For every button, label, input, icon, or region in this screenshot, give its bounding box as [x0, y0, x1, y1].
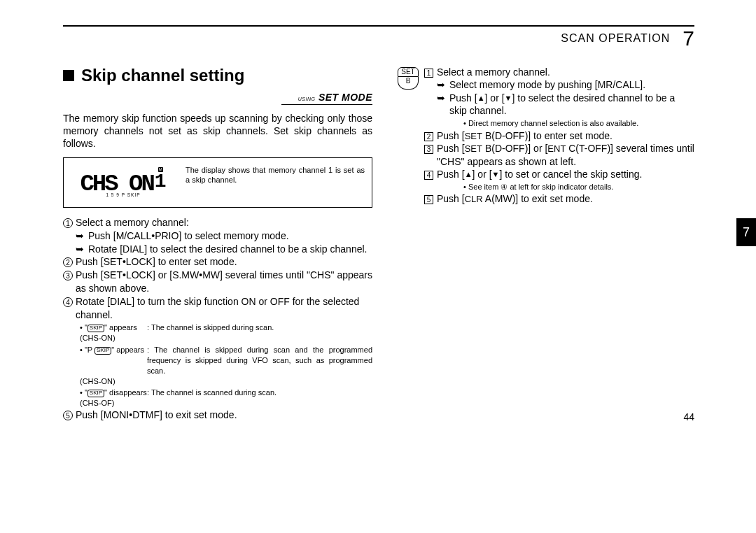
rstep-1-note: • Direct memory channel selection is als…	[424, 118, 694, 129]
chapter-thumb-tab: 7	[736, 218, 756, 246]
rstep-1: 1 Select a memory channel.	[424, 66, 694, 78]
setmode-label: SET MODE	[318, 92, 372, 103]
chapter-number: 7	[682, 28, 694, 49]
set-mode-tag: USING SET MODE	[281, 91, 372, 105]
marker-1: 1	[63, 216, 76, 229]
set-label-top: SET	[398, 67, 419, 77]
rmarker-5: 5	[424, 192, 437, 205]
intro-paragraph: The memory skip function speeds up scann…	[63, 112, 372, 150]
arrow-icon: ➥	[437, 92, 449, 118]
set-b-key-label: SET B	[398, 67, 419, 90]
rstep-1a: ➥ Select memory mode by pushing [MR/CALL…	[424, 78, 694, 91]
right-step-list: 1 Select a memory channel. ➥ Select memo…	[398, 66, 694, 206]
rstep-4: 4 Push [▲] or [▼] to set or cancel the s…	[424, 168, 694, 180]
note-1-label: • "SKIP" appears	[80, 322, 147, 333]
note-2-label: • "P SKIP" appears	[80, 345, 147, 376]
step-1-text: Select a memory channel:	[76, 216, 189, 229]
rstep-3-text: Push [SET B(D-OFF)] or [ENT C(T-OFF)] se…	[437, 142, 694, 168]
display-description: The display shows that memory channel 1 …	[183, 158, 372, 207]
left-column: Skip channel setting USING SET MODE The …	[63, 66, 372, 422]
arrow-icon: ➥	[437, 78, 449, 91]
page-heading: Skip channel setting	[63, 66, 372, 85]
marker-4: 4	[63, 295, 76, 321]
step-2: 2 Push [SET•LOCK] to enter set mode.	[63, 255, 372, 268]
marker-5: 5	[63, 408, 76, 421]
two-column-layout: Skip channel setting USING SET MODE The …	[63, 66, 694, 422]
step-3: 3 Push [SET•LOCK] or [S.MW•MW] several t…	[63, 269, 372, 294]
step-1a-text: Push [M/CALL•PRIO] to select memory mode…	[88, 229, 289, 242]
rstep-2-text: Push [SET B(D-OFF)] to enter set mode.	[437, 129, 612, 142]
note-1-sub: (CHS-ON)	[80, 333, 372, 343]
skip-badge-icon: SKIP	[88, 390, 104, 397]
rstep-2: 2 Push [SET B(D-OFF)] to enter set mode.	[424, 129, 694, 142]
step-1b: ➥ Rotate [DIAL] to select the desired ch…	[63, 243, 372, 255]
set-label-bottom: B	[398, 77, 419, 90]
rmarker-3: 3	[424, 142, 437, 168]
step-1b-text: Rotate [DIAL] to select the desired chan…	[88, 243, 367, 255]
square-bullet-icon	[63, 70, 74, 81]
marker-3: 3	[63, 269, 76, 294]
note-3-text: : The channel is scanned during scan.	[147, 388, 372, 398]
lcd-main-text: CHS ON	[80, 175, 153, 194]
step-5: 5 Push [MONI•DTMF] to exit set mode.	[63, 408, 372, 421]
rmarker-2: 2	[424, 129, 437, 142]
skip-badge-icon: SKIP	[88, 325, 104, 332]
step-3-text: Push [SET•LOCK] or [S.MW•MW] several tim…	[76, 269, 372, 294]
arrow-icon: ➥	[76, 229, 88, 242]
rstep-4-text: Push [▲] or [▼] to set or cancel the ski…	[437, 168, 642, 180]
note-2: • "P SKIP" appears : The channel is skip…	[63, 345, 372, 386]
rstep-1-text: Select a memory channel.	[437, 66, 550, 78]
rstep-5: 5 Push [CLR A(MW)] to exit set mode.	[424, 192, 694, 205]
right-column: SET B 1 Select a memory channel. ➥ Selec…	[398, 66, 694, 422]
lcd-sub-text: 1 5 9 P SKIP	[106, 192, 140, 197]
down-triangle-icon: ▼	[492, 170, 500, 178]
note-2-sub: (CHS-ON)	[80, 376, 372, 387]
note-3: • "SKIP" disappears : The channel is sca…	[63, 388, 372, 408]
rmarker-1: 1	[424, 66, 437, 78]
step-5-text: Push [MONI•DTMF] to exit set mode.	[76, 408, 237, 421]
step-2-text: Push [SET•LOCK] to enter set mode.	[76, 255, 237, 268]
note-3-sub: (CHS-OF)	[80, 398, 372, 408]
display-example-box: CHS ON M 1 1 5 9 P SKIP The display show…	[63, 157, 372, 208]
left-step-list: 1 Select a memory channel: ➥ Push [M/CAL…	[63, 216, 372, 422]
step-1a: ➥ Push [M/CALL•PRIO] to select memory mo…	[63, 229, 372, 242]
step-1: 1 Select a memory channel:	[63, 216, 372, 229]
note-1: • "SKIP" appears : The channel is skippe…	[63, 322, 372, 343]
step-4-text: Rotate [DIAL] to turn the skip function …	[76, 295, 372, 321]
using-label: USING	[298, 97, 316, 101]
marker-2: 2	[63, 255, 76, 268]
rstep-3: 3 Push [SET B(D-OFF)] or [ENT C(T-OFF)] …	[424, 142, 694, 168]
rstep-1b: ➥ Push [▲] or [▼] to select the desired …	[424, 92, 694, 118]
rstep-1b-text: Push [▲] or [▼] to select the desired ch…	[449, 92, 694, 118]
note-3-label: • "SKIP" disappears	[80, 388, 147, 398]
note-2-text: : The channel is skipped during scan and…	[147, 345, 372, 376]
skip-badge-icon: SKIP	[94, 347, 111, 355]
lcd-channel-number: 1	[155, 171, 167, 192]
up-triangle-icon: ▲	[465, 170, 472, 178]
top-rule-bar: SCAN OPERATION 7	[63, 25, 694, 50]
section-title: SCAN OPERATION	[561, 32, 670, 45]
note-1-text: : The channel is skipped during scan.	[147, 322, 372, 333]
page-frame: SCAN OPERATION 7 Skip channel setting US…	[63, 25, 694, 422]
page-number: 44	[683, 411, 694, 422]
step-4: 4 Rotate [DIAL] to turn the skip functio…	[63, 295, 372, 321]
heading-text: Skip channel setting	[81, 66, 244, 85]
rstep-4-note: • See item ④ at left for skip indicator …	[424, 182, 694, 192]
rmarker-4: 4	[424, 168, 437, 180]
arrow-icon: ➥	[76, 243, 88, 255]
up-triangle-icon: ▲	[477, 94, 485, 102]
rstep-1a-text: Select memory mode by pushing [MR/CALL].	[449, 78, 645, 91]
rstep-5-text: Push [CLR A(MW)] to exit set mode.	[437, 192, 593, 205]
down-triangle-icon: ▼	[505, 94, 512, 102]
lcd-sub-row: 1 5 9 P SKIP	[106, 192, 140, 197]
lcd-graphic: CHS ON M 1 1 5 9 P SKIP	[64, 158, 183, 207]
